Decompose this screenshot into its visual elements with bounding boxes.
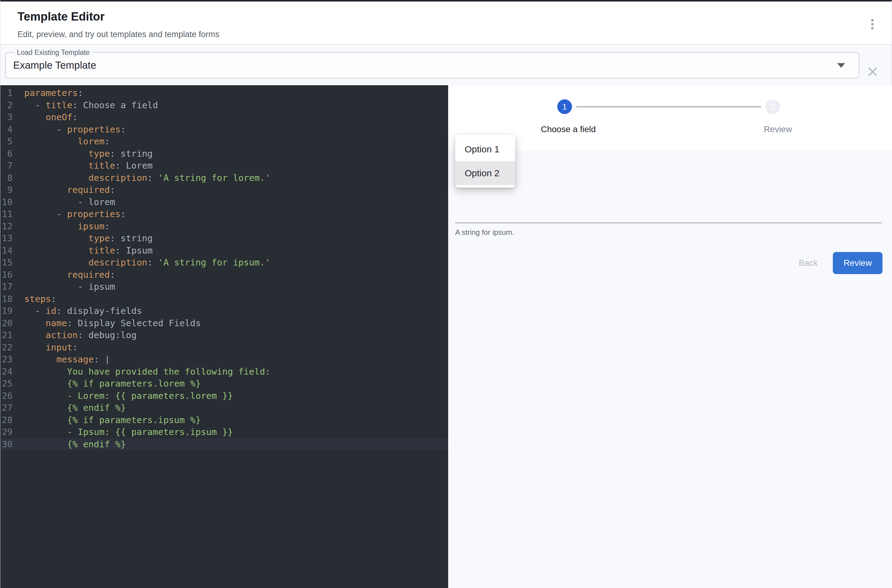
code-line[interactable]: 17 - ipsum (0, 281, 448, 293)
chevron-down-icon (837, 63, 845, 68)
code-text: lorem: (13, 136, 110, 147)
code-text: - ipsum (13, 281, 115, 292)
code-text: description: 'A string for ipsum.' (13, 257, 270, 268)
code-text: - properties: (13, 209, 126, 219)
code-text: message: | (13, 354, 110, 364)
code-line[interactable]: 24 You have provided the following field… (0, 366, 448, 378)
code-text: type: string (13, 233, 153, 243)
code-line[interactable]: 13 type: string (0, 232, 448, 244)
code-line[interactable]: 11 - properties: (0, 208, 448, 220)
line-number: 19 (0, 305, 13, 317)
step-label-review: Review (764, 124, 792, 134)
code-line[interactable]: 8 description: 'A string for lorem.' (0, 172, 448, 184)
review-button[interactable]: Review (833, 252, 883, 274)
kebab-menu-icon (871, 19, 874, 21)
code-text: description: 'A string for lorem.' (13, 172, 270, 183)
load-template-bar: Load Existing Template Example Template (0, 45, 892, 85)
line-number: 8 (0, 172, 13, 184)
step-connector (576, 106, 761, 107)
code-line[interactable]: 20 name: Display Selected Fields (0, 317, 448, 330)
code-text: action: debug:log (13, 330, 137, 340)
step-label-choose-a-field: Choose a field (541, 124, 595, 134)
load-template-select[interactable]: Load Existing Template Example Template (5, 52, 859, 78)
code-text: {% endif %} (13, 439, 126, 449)
code-line[interactable]: 4 - properties: (0, 123, 448, 136)
line-number: 9 (0, 184, 13, 196)
line-number: 16 (0, 269, 13, 281)
code-line[interactable]: 22 input: (0, 342, 448, 354)
code-text: - properties: (13, 124, 126, 135)
line-number: 1 (0, 87, 13, 99)
line-number: 13 (0, 232, 13, 244)
line-number: 18 (0, 293, 13, 305)
line-number: 30 (0, 438, 13, 451)
code-text: input: (13, 342, 78, 352)
code-line[interactable]: 5 lorem: (0, 135, 448, 148)
line-number: 21 (0, 329, 13, 342)
code-text: parameters: (13, 88, 83, 98)
code-line[interactable]: 10 - lorem (0, 196, 448, 208)
select-value: Example Template (13, 53, 96, 78)
line-number: 28 (0, 414, 13, 426)
page-subtitle: Edit, preview, and try out templates and… (18, 30, 219, 39)
code-text: - Lorem: {{ parameters.lorem }} (13, 391, 233, 401)
code-line[interactable]: 2 - title: Choose a field (0, 99, 448, 112)
code-text: You have provided the following field: (13, 366, 270, 377)
line-number: 25 (0, 378, 13, 390)
code-text: - lorem (13, 197, 115, 207)
code-line[interactable]: 16 required: (0, 269, 448, 281)
step-indicator-2: 2 (765, 99, 780, 114)
step-indicator-1: 1 (557, 99, 572, 114)
code-line[interactable]: 3 oneOf: (0, 111, 448, 123)
code-text: {% if parameters.lorem %} (13, 378, 201, 389)
line-number: 3 (0, 111, 13, 123)
code-line[interactable]: 14 title: Ipsum (0, 244, 448, 257)
line-number: 24 (0, 366, 13, 378)
code-text: - title: Choose a field (13, 100, 158, 110)
code-line[interactable]: 15 description: 'A string for ipsum.' (0, 256, 448, 269)
code-line[interactable]: 9 required: (0, 184, 448, 196)
code-line[interactable]: 30 {% endif %} (0, 438, 448, 451)
clear-template-button[interactable] (866, 65, 879, 78)
yaml-code-editor[interactable]: 1parameters:2 - title: Choose a field3 o… (0, 85, 448, 588)
line-number: 12 (0, 220, 13, 232)
header: Template Editor Edit, preview, and try o… (0, 2, 892, 45)
back-button[interactable]: Back (791, 253, 826, 273)
line-number: 2 (0, 99, 13, 112)
code-text: oneOf: (13, 112, 78, 122)
code-line[interactable]: 7 title: Lorem (0, 160, 448, 172)
code-line[interactable]: 25 {% if parameters.lorem %} (0, 378, 448, 390)
code-line[interactable]: 1parameters: (0, 87, 448, 99)
ipsum-input-underline (455, 223, 882, 223)
line-number: 20 (0, 317, 13, 330)
code-line[interactable]: 28 {% if parameters.ipsum %} (0, 414, 448, 426)
code-text: - Ipsum: {{ parameters.ipsum }} (13, 427, 233, 437)
code-line[interactable]: 6 type: string (0, 148, 448, 160)
line-number: 14 (0, 244, 13, 257)
code-text: type: string (13, 148, 153, 159)
code-text: title: Lorem (13, 160, 153, 171)
line-number: 15 (0, 256, 13, 269)
code-line[interactable]: 21 action: debug:log (0, 329, 448, 342)
code-text: steps: (13, 294, 56, 304)
options-dropdown-menu: Option 1Option 2 (455, 135, 515, 188)
code-line[interactable]: 19 - id: display-fields (0, 305, 448, 317)
line-number: 4 (0, 123, 13, 136)
code-line[interactable]: 23 message: | (0, 354, 448, 366)
page-title: Template Editor (18, 10, 105, 23)
line-number: 29 (0, 426, 13, 438)
line-number: 6 (0, 148, 13, 160)
code-line[interactable]: 29 - Ipsum: {{ parameters.ipsum }} (0, 426, 448, 438)
line-number: 22 (0, 342, 13, 354)
menu-item-option-2[interactable]: Option 2 (455, 161, 515, 185)
menu-item-option-1[interactable]: Option 1 (455, 137, 515, 161)
kebab-menu-icon (871, 23, 874, 26)
kebab-menu-button[interactable] (866, 16, 879, 33)
line-number: 26 (0, 390, 13, 402)
code-text: required: (13, 270, 115, 280)
code-line[interactable]: 27 {% endif %} (0, 402, 448, 414)
line-number: 11 (0, 208, 13, 220)
code-line[interactable]: 12 ipsum: (0, 220, 448, 232)
code-line[interactable]: 26 - Lorem: {{ parameters.lorem }} (0, 390, 448, 402)
code-line[interactable]: 18steps: (0, 293, 448, 305)
